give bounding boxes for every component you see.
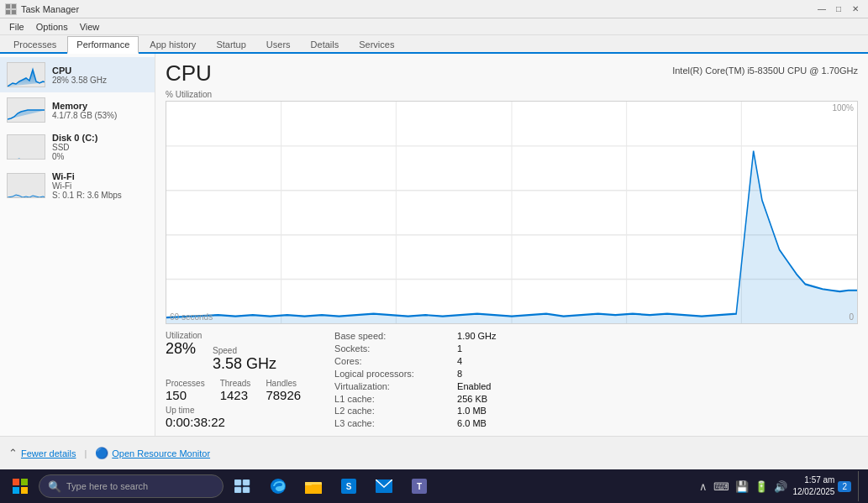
l2-cache-value: 1.0 MB <box>457 406 524 417</box>
title-bar: Task Manager — □ ✕ <box>0 0 868 18</box>
svg-rect-21 <box>21 487 28 494</box>
svg-text:S: S <box>346 482 352 491</box>
tab-users[interactable]: Users <box>257 36 300 52</box>
stats-area: Utilization 28% Speed 3.58 GHz <box>166 331 858 429</box>
virtual-desktop-badge[interactable]: 2 <box>838 481 851 492</box>
processes-label: Processes <box>166 379 205 388</box>
teams-icon: T <box>411 478 428 495</box>
threads-label: Threads <box>220 379 251 388</box>
l3-cache-value: 6.0 MB <box>457 418 524 429</box>
mail-button[interactable] <box>368 471 400 501</box>
app-icon <box>5 3 17 15</box>
sidebar-item-disk[interactable]: Disk 0 (C:) SSD 0% <box>0 128 155 166</box>
file-explorer-button[interactable] <box>297 471 329 501</box>
edge-button[interactable] <box>262 471 294 501</box>
l1-cache-label: L1 cache: <box>334 394 452 405</box>
fewer-details-link[interactable]: Fewer details <box>21 448 76 458</box>
system-tray: ∧ ⌨ 💾 🔋 🔊 <box>697 480 789 493</box>
stats-left: Utilization 28% Speed 3.58 GHz <box>166 331 301 429</box>
uptime-group: Up time 0:00:38:22 <box>166 405 301 429</box>
tab-details[interactable]: Details <box>302 36 349 52</box>
cpu-chart: 100% 0 60 seconds <box>166 101 858 324</box>
cpu-chart-svg <box>166 102 857 323</box>
right-panel: CPU Intel(R) Core(TM) i5-8350U CPU @ 1.7… <box>155 54 868 436</box>
tab-bar: Processes Performance App history Startu… <box>0 35 868 54</box>
open-resource-monitor-link[interactable]: Open Resource Monitor <box>112 448 210 458</box>
task-view-icon <box>234 479 251 493</box>
cpu-thumb <box>7 62 45 87</box>
file-explorer-icon <box>305 479 322 494</box>
store-icon: S <box>340 478 357 495</box>
svg-rect-28 <box>305 485 322 494</box>
minimize-button[interactable]: — <box>814 3 829 16</box>
bottom-separator: | <box>84 448 87 458</box>
sidebar-item-cpu[interactable]: CPU 28% 3.58 GHz <box>0 57 155 92</box>
speed-value: 3.58 GHz <box>213 355 276 372</box>
sidebar-item-memory[interactable]: Memory 4.1/7.8 GB (53%) <box>0 92 155 128</box>
taskbar-left: 🔍 Type here to search <box>5 471 435 501</box>
main-content: CPU 28% 3.58 GHz Memory 4.1/7.8 GB (53%) <box>0 54 868 436</box>
menu-file[interactable]: File <box>4 20 29 34</box>
start-button[interactable] <box>5 471 35 501</box>
maximize-button[interactable]: □ <box>831 3 846 16</box>
utilization-group: Utilization 28% Speed 3.58 GHz <box>166 331 301 374</box>
svg-rect-2 <box>6 10 10 14</box>
edge-icon <box>270 478 287 495</box>
tab-processes[interactable]: Processes <box>4 36 66 52</box>
search-bar[interactable]: 🔍 Type here to search <box>39 474 224 498</box>
fewer-details-icon[interactable]: ⌃ <box>8 447 18 459</box>
svg-rect-29 <box>305 482 312 485</box>
tray-sound-icon[interactable]: 🔊 <box>772 480 789 493</box>
search-placeholder: Type here to search <box>66 481 148 491</box>
svg-rect-25 <box>243 487 250 493</box>
clock[interactable]: 1:57 am 12/02/2025 <box>792 474 834 498</box>
title-bar-left: Task Manager <box>5 3 79 15</box>
window-title: Task Manager <box>21 4 79 14</box>
close-button[interactable]: ✕ <box>848 3 863 16</box>
wifi-sublabel3: S: 0.1 R: 3.6 Mbps <box>52 191 148 200</box>
wifi-sublabel: Wi-Fi <box>52 181 148 191</box>
tab-app-history[interactable]: App history <box>140 36 205 52</box>
sockets-value: 1 <box>457 343 524 354</box>
cpu-sublabel: 28% 3.58 GHz <box>52 76 148 85</box>
resource-monitor-icon: 🔵 <box>95 447 108 459</box>
clock-date: 12/02/2025 <box>792 486 834 498</box>
store-button[interactable]: S <box>333 471 365 501</box>
handles-value: 78926 <box>266 388 301 403</box>
disk-label: Disk 0 (C:) <box>52 133 148 143</box>
show-desktop-button[interactable] <box>858 471 863 501</box>
tab-performance[interactable]: Performance <box>67 36 139 54</box>
disk-sublabel2: 0% <box>52 152 148 161</box>
virtualization-label: Virtualization: <box>334 381 452 392</box>
logical-proc-value: 8 <box>457 369 524 380</box>
tray-chevron[interactable]: ∧ <box>697 480 709 493</box>
teams-button[interactable]: T <box>403 471 435 501</box>
search-icon: 🔍 <box>48 480 61 493</box>
wifi-label: Wi-Fi <box>52 171 148 181</box>
speed-label: Speed <box>213 346 237 355</box>
tab-startup[interactable]: Startup <box>207 36 255 52</box>
process-stats: Processes 150 Threads 1423 Handles 78926 <box>166 379 301 403</box>
base-speed-label: Base speed: <box>334 331 452 342</box>
l2-cache-label: L2 cache: <box>334 406 452 417</box>
cpu-info: CPU 28% 3.58 GHz <box>52 65 148 85</box>
utilization-label: % Utilization <box>166 90 858 99</box>
disk-thumb <box>7 134 45 160</box>
l3-cache-label: L3 cache: <box>334 418 452 429</box>
sidebar-item-wifi[interactable]: Wi-Fi Wi-Fi S: 0.1 R: 3.6 Mbps <box>0 166 155 205</box>
disk-sublabel: SSD <box>52 143 148 152</box>
menu-view[interactable]: View <box>75 20 105 34</box>
cpu-label: CPU <box>52 65 148 76</box>
cpu-model-label: Intel(R) Core(TM) i5-8350U CPU @ 1.70GHz <box>672 60 858 76</box>
wifi-thumb <box>7 173 45 198</box>
processes-value: 150 <box>166 388 205 403</box>
memory-sublabel: 4.1/7.8 GB (53%) <box>52 111 148 120</box>
menu-options[interactable]: Options <box>31 20 73 34</box>
task-view-button[interactable] <box>227 471 259 501</box>
svg-rect-7 <box>8 174 45 198</box>
svg-rect-24 <box>234 487 241 493</box>
sockets-label: Sockets: <box>334 343 452 354</box>
tab-services[interactable]: Services <box>350 36 403 52</box>
window-controls[interactable]: — □ ✕ <box>814 3 863 16</box>
bottom-panel: ⌃ Fewer details | 🔵 Open Resource Monito… <box>0 436 868 469</box>
